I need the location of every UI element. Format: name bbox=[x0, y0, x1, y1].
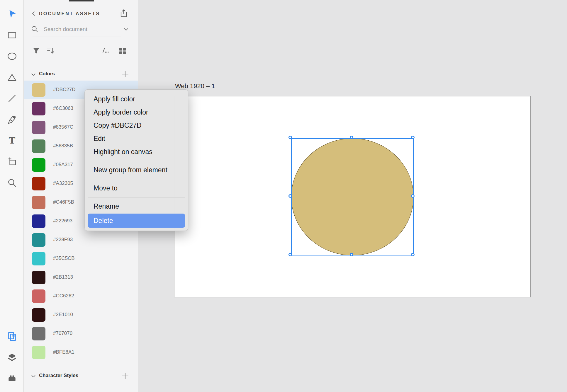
add-character-style-button[interactable] bbox=[121, 372, 129, 380]
search-input[interactable] bbox=[44, 24, 117, 35]
tool-plugins[interactable] bbox=[7, 374, 17, 384]
selection-handle[interactable] bbox=[411, 253, 415, 256]
layers-icon bbox=[7, 352, 17, 364]
color-swatch bbox=[32, 83, 45, 97]
color-swatch bbox=[32, 233, 45, 247]
color-asset-row[interactable]: #707070 bbox=[24, 324, 138, 343]
triangle-icon bbox=[7, 72, 17, 83]
menu-item-apply-fill-color[interactable]: Apply fill color bbox=[85, 93, 188, 106]
cursor-icon bbox=[7, 9, 17, 20]
color-hex-label: #DBC27D bbox=[53, 87, 76, 93]
menu-separator bbox=[88, 179, 185, 179]
selection-handle[interactable] bbox=[411, 194, 415, 198]
color-asset-row[interactable]: #2E1010 bbox=[24, 306, 138, 324]
color-swatch bbox=[32, 214, 45, 228]
search-underline bbox=[33, 37, 121, 37]
color-hex-label: #CC6262 bbox=[53, 293, 74, 299]
menu-item-rename[interactable]: Rename bbox=[85, 200, 188, 213]
color-swatch bbox=[32, 346, 45, 359]
app-window: Web 1920 – 1 T bbox=[0, 0, 567, 392]
panel-title: DOCUMENT ASSETS bbox=[39, 11, 100, 16]
menu-item-edit[interactable]: Edit bbox=[85, 132, 188, 145]
selection-handle[interactable] bbox=[288, 194, 292, 198]
character-styles-label: Character Styles bbox=[39, 373, 78, 379]
tool-select[interactable] bbox=[7, 10, 17, 20]
share-icon[interactable] bbox=[119, 9, 128, 18]
selection-handle[interactable] bbox=[288, 136, 292, 139]
color-hex-label: #2B1313 bbox=[53, 274, 73, 280]
color-hex-label: #222693 bbox=[53, 218, 72, 224]
line-icon bbox=[7, 93, 17, 105]
list-details-icon[interactable] bbox=[100, 46, 110, 56]
color-swatch bbox=[32, 289, 45, 303]
menu-item-move-to[interactable]: Move to bbox=[85, 182, 188, 195]
character-styles-section-header: Character Styles bbox=[24, 371, 138, 381]
color-swatch bbox=[32, 139, 45, 153]
tools-sidebar: T bbox=[0, 0, 23, 392]
color-hex-label: #BFE8A1 bbox=[53, 349, 74, 355]
tool-rectangle[interactable] bbox=[7, 31, 17, 41]
magnifier-icon bbox=[7, 178, 17, 189]
menu-item-highlight-on-canvas[interactable]: Highlight on canvas bbox=[85, 145, 188, 158]
tool-pen[interactable] bbox=[7, 115, 17, 125]
artboard-icon bbox=[7, 157, 17, 168]
color-hex-label: #83567C bbox=[53, 124, 73, 130]
tool-libraries[interactable] bbox=[7, 332, 17, 342]
search-icon bbox=[31, 25, 39, 33]
color-swatch bbox=[32, 196, 45, 209]
selection-handle[interactable] bbox=[288, 253, 292, 256]
menu-item-copy-dbc27d[interactable]: Copy #DBC27D bbox=[85, 119, 188, 132]
back-chevron-icon[interactable] bbox=[30, 11, 37, 18]
color-hex-label: #6C3063 bbox=[53, 105, 73, 111]
color-asset-row[interactable]: #BFE8A1 bbox=[24, 343, 138, 362]
color-asset-row[interactable]: #228F93 bbox=[24, 231, 138, 249]
color-swatch bbox=[32, 327, 45, 340]
menu-item-apply-border-color[interactable]: Apply border color bbox=[85, 106, 188, 119]
tool-artboard[interactable] bbox=[7, 157, 17, 167]
selection-bounding-box[interactable] bbox=[291, 138, 414, 255]
text-icon: T bbox=[7, 136, 17, 147]
tool-ellipse[interactable] bbox=[7, 52, 17, 62]
plugins-icon bbox=[7, 373, 17, 384]
selection-handle[interactable] bbox=[350, 136, 353, 139]
tool-text[interactable]: T bbox=[7, 136, 17, 146]
tool-line[interactable] bbox=[7, 94, 17, 104]
color-asset-row[interactable]: #2B1313 bbox=[24, 268, 138, 287]
menu-item-new-group-from-element[interactable]: New group from element bbox=[85, 163, 188, 177]
search-row bbox=[24, 24, 138, 37]
color-hex-label: #C46F5B bbox=[53, 199, 74, 205]
color-hex-label: #2E1010 bbox=[53, 312, 73, 318]
menu-item-delete[interactable]: Delete bbox=[88, 214, 185, 228]
color-swatch bbox=[32, 121, 45, 134]
tool-layers[interactable] bbox=[7, 353, 17, 363]
artboard-title[interactable]: Web 1920 – 1 bbox=[175, 82, 215, 90]
tool-polygon[interactable] bbox=[7, 73, 17, 83]
color-swatch bbox=[32, 102, 45, 115]
grid-view-icon[interactable] bbox=[118, 46, 127, 56]
selection-handle[interactable] bbox=[350, 253, 353, 256]
color-asset-row[interactable]: #CC6262 bbox=[24, 287, 138, 306]
chevron-down-icon[interactable] bbox=[30, 373, 37, 379]
menu-separator bbox=[88, 197, 185, 197]
color-hex-label: #05A317 bbox=[53, 162, 73, 168]
color-swatch bbox=[32, 252, 45, 265]
color-hex-label: #56835B bbox=[53, 143, 73, 149]
filter-icon[interactable] bbox=[32, 46, 41, 56]
color-swatch bbox=[32, 271, 45, 284]
add-color-button[interactable] bbox=[121, 70, 129, 78]
chevron-down-icon[interactable] bbox=[123, 26, 130, 33]
color-hex-label: #A32305 bbox=[53, 180, 73, 186]
window-tab-indicator bbox=[69, 0, 94, 1]
chevron-down-icon[interactable] bbox=[30, 71, 37, 78]
color-asset-row[interactable]: #35C5CB bbox=[24, 249, 138, 268]
tool-zoom[interactable] bbox=[7, 178, 17, 188]
selection-handle[interactable] bbox=[411, 136, 415, 139]
color-hex-label: #35C5CB bbox=[53, 255, 75, 261]
color-hex-label: #707070 bbox=[53, 330, 72, 336]
menu-separator bbox=[88, 161, 185, 161]
colors-section-header: Colors bbox=[24, 69, 138, 80]
sort-icon[interactable] bbox=[46, 46, 55, 56]
color-swatch bbox=[32, 308, 45, 322]
color-swatch bbox=[32, 158, 45, 172]
panel-header: DOCUMENT ASSETS bbox=[24, 8, 138, 20]
